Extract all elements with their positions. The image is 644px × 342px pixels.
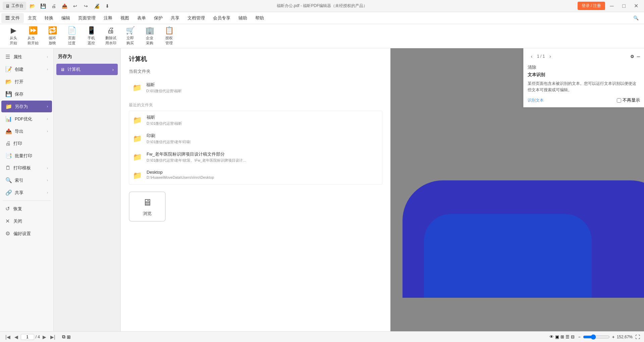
menu-page-manage[interactable]: 页面管理 xyxy=(74,13,100,23)
menu-help[interactable]: 帮助 xyxy=(251,13,268,23)
auth-icon: 📋 xyxy=(165,27,174,34)
zoom-slider[interactable] xyxy=(583,334,610,340)
menu-form[interactable]: 表单 xyxy=(133,13,150,23)
login-button[interactable]: 登录 / 注册 xyxy=(578,2,605,10)
menu-file[interactable]: ☰ 文件 xyxy=(1,13,24,23)
view-scroll-btn[interactable]: ☰ xyxy=(566,334,570,339)
file-menu-recover[interactable]: ↺ 恢复 xyxy=(1,203,52,215)
status-right: 👁 ▣ ⊞ ☰ ⊟ － ＋ 152.67% ⛶ xyxy=(549,334,640,340)
browse-icon: 🖥 xyxy=(143,197,152,208)
file-menu-save[interactable]: 💾 保存 xyxy=(1,88,52,100)
prev-page-btn[interactable]: ◀ xyxy=(13,334,19,340)
undo-btn[interactable]: ↩ xyxy=(70,1,80,11)
print-btn-tb[interactable]: 🖨 xyxy=(49,1,58,11)
title-bar-left: 🖥 工作台 📂 💾 🖨 📤 ↩ ↪ 🔏 ⬇ xyxy=(3,1,112,11)
redo-btn[interactable]: ↪ xyxy=(81,1,91,11)
recent-folder-item-2[interactable]: 📁 Fw_老年医院标识牌项目设计稿文件部分 D:\01微信代运营\老年\软装、\… xyxy=(129,148,382,166)
panel-settings-btn[interactable]: ⚙ xyxy=(630,54,634,59)
recent-folder-icon-3: 📁 xyxy=(132,170,143,181)
file-menu-share[interactable]: 🔗 共享 › xyxy=(1,187,52,198)
tool-start-begin[interactable]: ▶ 从头开始 xyxy=(4,26,23,46)
file-menu-index[interactable]: 🔍 索引 › xyxy=(1,174,52,186)
open-file-btn[interactable]: 📂 xyxy=(28,1,37,11)
view-single-btn[interactable]: ▣ xyxy=(555,334,559,339)
panel-next-btn[interactable]: › xyxy=(546,52,554,60)
menu-view[interactable]: 视图 xyxy=(116,13,133,23)
last-page-btn[interactable]: ▶| xyxy=(49,334,57,340)
current-folder-item-0[interactable]: 📁 福昕 D:\01微信代运营\福昕 xyxy=(129,78,382,97)
page-input[interactable] xyxy=(21,334,34,340)
recent-folder-item-0[interactable]: 📁 福昕 D:\01微信代运营\福昕 xyxy=(129,111,382,129)
file-menu-create[interactable]: 📝 创建 › xyxy=(1,63,52,75)
copy-page-btn[interactable]: ⧉ xyxy=(62,334,65,340)
next-page-btn[interactable]: ▶ xyxy=(41,334,48,340)
tool-start-current[interactable]: ⏩ 从当前开始 xyxy=(23,26,42,46)
clear-button[interactable]: 清除 xyxy=(528,65,536,70)
tool-page-transition[interactable]: 📄 页面过度 xyxy=(62,26,81,46)
file-menu-open[interactable]: 📂 打开 xyxy=(1,76,52,88)
file-menu-batch-print[interactable]: 📑 批量打印 xyxy=(1,150,52,162)
recent-folder-icon-0: 📁 xyxy=(132,115,143,126)
view-spread-btn[interactable]: ⊟ xyxy=(571,334,575,339)
menu-search[interactable]: 🔍 xyxy=(629,13,643,22)
menu-share[interactable]: 共享 xyxy=(167,13,183,23)
menu-edit[interactable]: 编辑 xyxy=(57,13,74,23)
open-icon: 📂 xyxy=(5,78,12,85)
file-menu-export[interactable]: 📤 导出 › xyxy=(1,125,52,137)
no-show-checkbox[interactable] xyxy=(617,98,621,103)
stamp-btn[interactable]: 🔏 xyxy=(92,1,101,11)
tool-enterprise[interactable]: 🏢 企业采购 xyxy=(140,26,159,46)
watermark-icon: 🖨 xyxy=(107,27,114,34)
menu-member[interactable]: 会员专享 xyxy=(209,13,234,23)
fullscreen-btn[interactable]: ⛶ xyxy=(635,334,640,340)
minimize-button[interactable]: ─ xyxy=(606,1,617,11)
menu-annotation[interactable]: 注释 xyxy=(100,13,116,23)
no-show-area[interactable]: 不再显示 xyxy=(617,97,640,103)
file-menu-print[interactable]: 🖨 打印 xyxy=(1,138,52,149)
panel-minimize-btn[interactable]: ─ xyxy=(637,54,640,59)
maximize-button[interactable]: □ xyxy=(619,1,629,11)
menu-doc-manage[interactable]: 文档管理 xyxy=(183,13,209,23)
tool-auth-manage[interactable]: 📋 授权管理 xyxy=(160,26,178,46)
view-eye-btn[interactable]: 👁 xyxy=(549,334,554,339)
first-page-btn[interactable]: |◀ xyxy=(4,334,12,340)
file-menu-print-template[interactable]: 🗒 打印模板 › xyxy=(1,162,52,174)
tool-mobile-control[interactable]: 📱 手机遥控 xyxy=(82,26,101,46)
menu-protect[interactable]: 保护 xyxy=(150,13,167,23)
browser-title: 计算机 xyxy=(129,55,382,63)
save-btn-tb[interactable]: 💾 xyxy=(38,1,48,11)
panel-prev-btn[interactable]: ‹ xyxy=(528,52,536,60)
add-page-btn[interactable]: ⊞ xyxy=(67,334,71,340)
file-menu-save-as[interactable]: 📁 另存为 › xyxy=(1,101,52,112)
file-menu-close[interactable]: ✕ 关闭 xyxy=(1,215,52,227)
status-bar: |◀ ◀ / 4 ▶ ▶| ⧉ ⊞ 👁 ▣ ⊞ ☰ ⊟ － ＋ 152.67% … xyxy=(0,331,644,342)
recent-folder-path-2: D:\01微信代运营\老年\软装、\Fw_老年医院标识牌项目设计... xyxy=(147,158,246,163)
file-menu-pdf-optimize[interactable]: 📊 PDF优化 › xyxy=(1,113,52,125)
workbench-button[interactable]: 🖥 工作台 xyxy=(3,2,26,10)
close-button[interactable]: ✕ xyxy=(631,1,641,11)
recent-folder-name-1: 印刷 xyxy=(147,133,191,139)
menu-home[interactable]: 主页 xyxy=(24,13,41,23)
save-as-computer[interactable]: 🖥 计算机 › xyxy=(56,64,118,75)
recent-folder-item-1[interactable]: 📁 印刷 D:\01微信代运营\老年\印刷 xyxy=(129,129,382,148)
download-btn[interactable]: ⬇ xyxy=(103,1,112,11)
tool-remove-watermark[interactable]: 🖨 删除试用水印 xyxy=(101,26,120,46)
menu-convert[interactable]: 转换 xyxy=(41,13,57,23)
share-btn-tb[interactable]: 📤 xyxy=(60,1,69,11)
file-menu-preferences[interactable]: ⚙ 偏好设置 xyxy=(1,228,52,239)
tool-loop[interactable]: 🔁 循环放映 xyxy=(43,26,62,46)
tool-buy-now[interactable]: 🛒 立即购买 xyxy=(121,26,140,46)
file-menu-properties[interactable]: ☰ 属性 › xyxy=(1,51,52,63)
page-total: / 4 xyxy=(36,335,40,339)
zoom-in-btn[interactable]: ＋ xyxy=(611,334,615,340)
zoom-out-btn[interactable]: － xyxy=(577,334,582,340)
status-nav: |◀ ◀ / 4 ▶ ▶| xyxy=(4,334,57,340)
view-double-btn[interactable]: ⊞ xyxy=(560,334,564,339)
ocr-link[interactable]: 识别文本 xyxy=(528,98,544,103)
recent-folder-label: 最近的文件夹 xyxy=(129,102,382,108)
current-folder-label: 当前文件夹 xyxy=(129,68,382,74)
view-controls: 👁 ▣ ⊞ ☰ ⊟ xyxy=(549,334,575,339)
browse-button[interactable]: 🖥 浏览 xyxy=(129,191,166,222)
recent-folder-item-3[interactable]: 📁 Desktop D:\HuaweiMoveData\Users\rinro\… xyxy=(129,166,382,184)
menu-assist[interactable]: 辅助 xyxy=(234,13,251,23)
